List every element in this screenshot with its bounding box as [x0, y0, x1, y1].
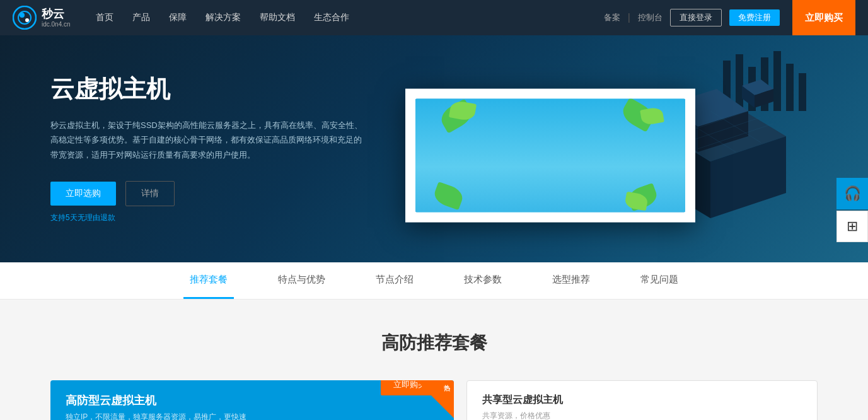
hero-detail-button[interactable]: 详情	[125, 181, 175, 206]
svg-rect-10	[799, 73, 806, 111]
logo-text: 秒云 idc.0n4.cn	[42, 8, 71, 28]
corner-badge-text: 热	[444, 384, 450, 393]
svg-point-1	[18, 11, 31, 24]
control-panel-link[interactable]: 控制台	[638, 12, 663, 23]
nav-right: 备案 | 控制台 直接登录 免费注册	[604, 9, 780, 26]
login-button[interactable]: 直接登录	[670, 9, 722, 26]
svg-rect-9	[786, 64, 794, 111]
svg-point-2	[20, 13, 25, 18]
shared-pkg-sub: 共享资源，价格优惠	[482, 411, 802, 420]
brand-name: 秒云	[42, 8, 71, 21]
nav-guarantee[interactable]: 保障	[169, 12, 187, 23]
svg-rect-8	[773, 51, 781, 111]
logo-icon	[13, 6, 37, 30]
buy-now-button[interactable]: 立即购买	[792, 0, 855, 35]
shared-package-card: 共享型云虚拟主机 共享资源，价格优惠 共享经济版	[466, 380, 818, 420]
nav-links: 首页 产品 保障 解决方案 帮助文档 生态合作	[96, 12, 604, 23]
packages-row: 热 高防型云虚拟主机 独立IP，不限流量，独享服务器资源，易推广，更快速 立即购…	[50, 380, 818, 420]
section-title: 高防推荐套餐	[50, 331, 818, 355]
qr-icon: ⊞	[847, 218, 858, 235]
icp-link[interactable]: 备案	[604, 12, 620, 23]
svg-point-3	[25, 18, 29, 22]
support-button[interactable]: 🎧	[836, 178, 868, 209]
hero-desc: 秒云虚拟主机，架设于纯SSD架构的高性能云服务器之上，具有高在线率、高安全性、高…	[50, 118, 366, 162]
hero-buy-button[interactable]: 立即选购	[50, 182, 116, 206]
navbar: 秒云 idc.0n4.cn 首页 产品 保障 解决方案 帮助文档 生态合作 备案…	[0, 0, 868, 35]
hero-refund: 支持5天无理由退款	[50, 213, 366, 223]
featured-package-card: 热 高防型云虚拟主机 独立IP，不限流量，独享服务器资源，易推广，更快速 立即购…	[50, 380, 454, 420]
qr-button[interactable]: ⊞	[836, 211, 868, 242]
popup-banner	[415, 99, 685, 213]
svg-point-0	[13, 6, 36, 29]
popup-overlay	[405, 89, 695, 223]
tab-nodes[interactable]: 节点介绍	[369, 262, 420, 299]
brand-sub: idc.0n4.cn	[42, 21, 71, 28]
register-button[interactable]: 免费注册	[729, 9, 780, 26]
tab-features[interactable]: 特点与优势	[272, 262, 332, 299]
hero-left: 云虚拟主机 秒云虚拟主机，架设于纯SSD架构的高性能云服务器之上，具有高在线率、…	[50, 73, 366, 223]
nav-solutions[interactable]: 解决方案	[205, 12, 241, 23]
support-icon: 🎧	[844, 185, 861, 202]
main-content: 高防推荐套餐 热 高防型云虚拟主机 独立IP，不限流量，独享服务器资源，易推广，…	[0, 300, 868, 420]
tab-faq[interactable]: 常见问题	[634, 262, 685, 299]
hero-buttons: 立即选购 详情	[50, 181, 366, 206]
hero-section: 云虚拟主机 秒云虚拟主机，架设于纯SSD架构的高性能云服务器之上，具有高在线率、…	[0, 35, 868, 262]
float-right-panel: 🎧 ⊞	[836, 178, 868, 242]
logo[interactable]: 秒云 idc.0n4.cn	[13, 6, 71, 30]
tab-recommended[interactable]: 推荐套餐	[183, 262, 234, 299]
shared-pkg-title: 共享型云虚拟主机	[482, 394, 802, 407]
nav-home[interactable]: 首页	[96, 12, 113, 23]
tabs-container: 推荐套餐 特点与优势 节点介绍 技术参数 选型推荐 常见问题	[0, 262, 868, 299]
featured-pkg-title: 高防型云虚拟主机	[66, 393, 246, 408]
nav-docs[interactable]: 帮助文档	[260, 12, 295, 23]
nav-ecosystem[interactable]: 生态合作	[314, 12, 349, 23]
featured-pkg-sub: 独立IP，不限流量，独享服务器资源，易推广，更快速	[66, 412, 246, 420]
tab-tech[interactable]: 技术参数	[458, 262, 508, 299]
nav-products[interactable]: 产品	[132, 12, 150, 23]
tabs-section: 推荐套餐 特点与优势 节点介绍 技术参数 选型推荐 常见问题	[0, 262, 868, 300]
tab-selection[interactable]: 选型推荐	[546, 262, 596, 299]
hero-title: 云虚拟主机	[50, 73, 366, 105]
svg-rect-5	[736, 54, 743, 111]
